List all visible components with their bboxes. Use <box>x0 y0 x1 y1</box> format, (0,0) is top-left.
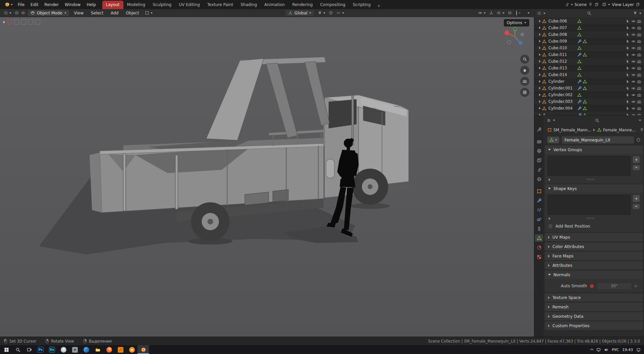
disable-render-icon[interactable] <box>637 79 641 84</box>
shading-material-button[interactable] <box>521 12 523 14</box>
outliner-row[interactable]: Cylinder.002 <box>534 92 644 98</box>
props-tab-world[interactable] <box>535 175 543 183</box>
3d-viewport[interactable]: Options <box>0 17 534 337</box>
hide-viewport-icon[interactable] <box>631 53 636 57</box>
panel-header-shape-keys[interactable]: Shape Keys <box>545 184 643 193</box>
outliner-row[interactable]: Cube.011 <box>534 51 644 58</box>
disable-render-icon[interactable] <box>637 46 641 50</box>
notifications-icon[interactable] <box>636 348 641 352</box>
expand-icon[interactable] <box>539 87 541 90</box>
tab-layout[interactable]: Layout <box>102 1 123 9</box>
zoom-icon[interactable] <box>520 55 529 64</box>
hide-viewport-icon[interactable] <box>631 19 636 23</box>
shading-rendered-button[interactable] <box>524 12 526 14</box>
clock[interactable]: 19:43 <box>622 348 633 352</box>
shape-keys-list[interactable] <box>547 195 631 215</box>
props-tab-particles[interactable] <box>535 206 543 214</box>
selectable-icon[interactable] <box>626 19 630 23</box>
hide-viewport-icon[interactable] <box>631 46 636 50</box>
show-gizmo-icon[interactable] <box>489 11 493 15</box>
tab-compositing[interactable]: Compositing <box>316 1 349 9</box>
snap-target-icon[interactable] <box>21 11 25 15</box>
taskbar-app-file-explorer[interactable] <box>92 345 103 354</box>
tab-shading[interactable]: Shading <box>237 1 261 9</box>
hide-viewport-icon[interactable] <box>631 86 636 91</box>
tab-uv-editing[interactable]: UV Editing <box>175 1 204 9</box>
toggle-ortho-icon[interactable] <box>520 88 529 97</box>
expand-icon[interactable] <box>539 60 541 63</box>
disable-render-icon[interactable] <box>637 86 641 91</box>
selectable-icon[interactable] <box>626 86 630 91</box>
tab-modeling[interactable]: Modeling <box>123 1 149 9</box>
object-name[interactable]: Cube.013 <box>548 66 576 70</box>
new-view-layer-icon[interactable] <box>636 2 640 7</box>
menu-add[interactable]: Add <box>108 10 121 16</box>
hide-viewport-icon[interactable] <box>631 73 636 77</box>
panel-header-uv-maps[interactable]: UV Maps <box>545 233 643 241</box>
panel-header-texture-space[interactable]: Texture Space <box>545 293 643 302</box>
expand-icon[interactable] <box>539 47 541 49</box>
props-tab-physics[interactable] <box>535 216 543 223</box>
disable-render-icon[interactable] <box>637 93 641 97</box>
disable-render-icon[interactable] <box>637 53 641 57</box>
props-tab-output[interactable] <box>535 147 543 155</box>
props-tab-scene[interactable] <box>535 166 543 173</box>
selectable-icon[interactable] <box>626 26 630 30</box>
view-layer-selector[interactable]: View Layer <box>602 2 640 7</box>
auto-smooth-checkbox[interactable] <box>590 284 594 288</box>
tab-sculpting[interactable]: Sculpting <box>149 1 175 9</box>
menu-help[interactable]: Help <box>84 1 99 8</box>
expand-icon[interactable] <box>539 67 541 69</box>
hide-viewport-icon[interactable] <box>631 59 636 64</box>
selectable-icon[interactable] <box>626 113 630 116</box>
outliner-row[interactable]: Cube.006 <box>534 18 644 24</box>
object-name[interactable]: Cylinder <box>548 79 576 84</box>
disable-render-icon[interactable] <box>637 113 641 116</box>
taskbar-app-firefox[interactable] <box>103 345 115 354</box>
hide-viewport-icon[interactable] <box>631 66 636 70</box>
tab-animation[interactable]: Animation <box>261 1 288 9</box>
expand-icon[interactable] <box>539 80 541 83</box>
expand-icon[interactable] <box>539 100 541 103</box>
resize-grip[interactable] <box>586 178 595 181</box>
hide-viewport-icon[interactable] <box>631 113 636 116</box>
taskbar-app-designer[interactable]: Ds <box>46 345 58 354</box>
vertex-group-specials-button[interactable] <box>633 165 640 170</box>
props-tab-texture[interactable] <box>535 253 543 260</box>
object-name[interactable]: Cube.009 <box>548 39 576 44</box>
props-tab-view-layer[interactable] <box>535 157 543 164</box>
task-view-button[interactable] <box>23 345 35 354</box>
pin-icon[interactable] <box>640 128 644 132</box>
props-tab-tool[interactable] <box>535 126 543 133</box>
expand-icon[interactable] <box>539 107 541 110</box>
vertex-groups-list[interactable] <box>547 156 631 176</box>
viewport-3d-scene[interactable] <box>0 17 534 337</box>
editor-type-button[interactable] <box>2 10 13 16</box>
snapping-button[interactable] <box>316 10 327 16</box>
add-shape-key-button[interactable] <box>633 195 640 202</box>
selectable-icon[interactable] <box>626 93 630 97</box>
expand-icon[interactable] <box>539 20 541 22</box>
tool-expand-icon[interactable] <box>3 21 5 23</box>
toggle-xray-icon[interactable] <box>508 11 512 15</box>
fake-user-icon[interactable] <box>636 138 641 142</box>
object-name[interactable]: Cube.010 <box>548 46 576 50</box>
outliner-row[interactable]: Cylinder <box>534 78 644 85</box>
outliner-row[interactable]: Cube.008 <box>534 31 644 38</box>
outliner-row[interactable]: Cylinder.004 <box>534 105 644 112</box>
properties-search[interactable] <box>557 118 637 123</box>
outliner-row[interactable]: Cube.012 <box>534 58 644 65</box>
shading-solid-button[interactable] <box>519 12 521 14</box>
datablock-name-field[interactable]: Female_Mannequin_Lit <box>561 136 634 144</box>
taskbar-app-photoshop[interactable]: Ps <box>35 345 46 354</box>
select-mode-extend-icon[interactable] <box>14 19 19 24</box>
animate-property-icon[interactable] <box>635 285 637 287</box>
menu-view[interactable]: View <box>71 10 86 16</box>
tab-scripting[interactable]: Scripting <box>349 1 374 9</box>
disable-render-icon[interactable] <box>637 39 641 44</box>
show-overlays-button[interactable] <box>495 10 506 16</box>
selectable-icon[interactable] <box>626 33 630 37</box>
outliner-search[interactable] <box>547 11 631 15</box>
outliner-row[interactable]: Cube.014 <box>534 71 644 78</box>
selectable-icon[interactable] <box>626 46 630 50</box>
